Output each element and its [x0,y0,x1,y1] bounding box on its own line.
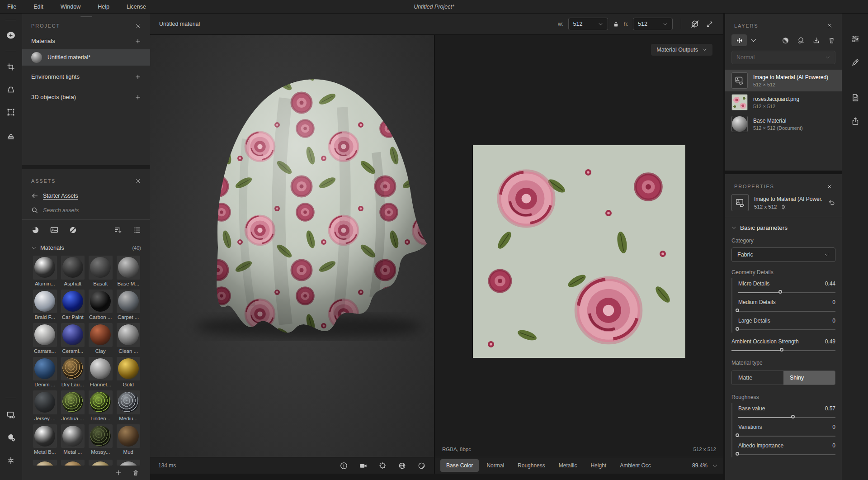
asset-item[interactable]: Metal B... [33,424,57,455]
gear-icon[interactable] [781,204,787,210]
material-list-item[interactable]: Untitled material* [22,49,150,66]
menu-item[interactable]: Edit [33,4,43,10]
asset-item[interactable]: Carbon ... [89,290,113,320]
asset-item[interactable]: Dry Lau... [61,357,85,388]
crop-icon[interactable] [6,62,15,71]
expand-view-icon[interactable] [705,19,714,29]
matte-option[interactable]: Matte [732,371,783,385]
notes-icon[interactable] [851,93,860,102]
navigation-globe-icon[interactable] [398,461,406,470]
materials-filter-icon[interactable] [31,226,40,234]
lock-ratio-icon[interactable] [613,21,619,28]
camera-icon[interactable] [359,461,368,470]
chevron-down-icon[interactable] [712,463,718,469]
import-icon[interactable] [812,37,820,44]
menu-item[interactable]: Help [98,4,109,10]
display-settings-icon[interactable] [6,410,16,419]
asset-item[interactable]: Car Paint [61,290,85,320]
asset-item[interactable]: Mud [117,424,141,455]
close-icon[interactable] [135,178,141,184]
variations-slider[interactable] [738,433,835,439]
asset-item[interactable] [89,460,113,466]
arrow-left-icon[interactable] [31,192,38,200]
document-tab-title[interactable]: Untitled material [159,21,200,27]
chevron-down-icon[interactable] [731,225,736,230]
category-dropdown[interactable]: Fabric [731,247,835,262]
marker-icon[interactable] [851,58,860,67]
asset-item[interactable]: Clay [89,323,113,354]
add-icon[interactable] [6,31,16,40]
asset-item[interactable]: Mossy... [89,424,113,455]
info-icon[interactable] [340,461,348,470]
asset-item[interactable]: Cerami... [61,323,85,354]
delete-icon[interactable] [828,37,835,44]
viewport-2d[interactable]: Material Outputs [435,35,723,480]
add-asset-icon[interactable] [115,469,122,476]
add-object-button[interactable] [135,94,141,100]
perspective-icon[interactable] [6,85,15,94]
channel-tab[interactable]: Metallic [553,459,583,472]
layer-row[interactable]: Base Material 512 × 512 (Document) [725,113,842,135]
split-view-button[interactable] [731,34,757,46]
add-material-button[interactable] [135,38,141,44]
adjustment-icon[interactable] [782,37,789,44]
asset-item[interactable]: Metal ... [61,424,85,455]
list-view-icon[interactable] [132,226,141,234]
layer-row[interactable]: Image to Material (AI Powered) 512 × 512 [725,70,842,91]
asset-item[interactable]: Base M... [117,256,141,286]
layer-row[interactable]: rosesJacquard.png 512 × 512 [725,91,842,113]
asset-item[interactable]: Basalt [89,256,113,286]
chevron-down-icon[interactable] [31,245,37,251]
close-icon[interactable] [826,23,833,29]
slider-knob[interactable] [736,327,739,331]
channel-tab[interactable]: Normal [481,459,510,472]
tiling-icon[interactable] [6,108,15,117]
viewer-settings-icon[interactable] [6,432,16,442]
preferences-icon[interactable] [6,456,15,465]
delete-asset-icon[interactable] [132,469,139,476]
zoom-level[interactable]: 89.4% [692,462,708,469]
width-select[interactable]: 512 [568,18,608,30]
slider-knob[interactable] [778,290,782,294]
asset-item[interactable]: Gold [117,357,141,388]
slider-knob[interactable] [736,309,739,312]
search-input[interactable] [43,207,120,214]
slider-knob[interactable] [736,452,739,456]
asset-item[interactable]: Jersey ... [33,390,57,421]
close-icon[interactable] [135,23,141,29]
clone-stamp-icon[interactable] [6,131,15,140]
reset-icon[interactable] [827,199,835,207]
asset-item[interactable]: Braid F... [33,290,57,320]
asset-item[interactable]: Linden... [89,390,113,421]
render-sphere-icon[interactable] [417,461,426,470]
large-details-slider[interactable] [738,327,835,333]
menu-item[interactable]: License [127,4,146,10]
starter-assets-link[interactable]: Starter Assets [43,193,78,199]
asset-item[interactable]: Joshua ... [61,390,85,421]
panel-drag-handle[interactable] [80,16,92,17]
channel-tab[interactable]: Base Color [440,459,479,472]
asset-item[interactable]: Flannel... [89,357,113,388]
slider-knob[interactable] [736,433,739,437]
channel-tab[interactable]: Height [585,459,612,472]
asset-item[interactable]: Asphalt [61,256,85,286]
asset-item[interactable] [33,460,57,466]
menu-item[interactable]: File [7,4,16,10]
close-icon[interactable] [826,183,833,190]
effect-icon[interactable] [797,37,805,44]
channel-tab[interactable]: Ambient Occ [614,459,657,472]
menu-item[interactable]: Window [61,4,80,10]
shiny-option[interactable]: Shiny [783,371,835,385]
add-environment-button[interactable] [135,74,141,80]
asset-item[interactable]: Clean ... [117,323,141,354]
slider-knob[interactable] [791,415,795,418]
images-filter-icon[interactable] [50,225,59,234]
asset-item[interactable]: Carpet ... [117,290,141,320]
asset-item[interactable]: Alumin... [33,256,57,286]
channel-tab[interactable]: Roughness [512,459,551,472]
asset-item[interactable] [117,460,141,466]
medium-details-slider[interactable] [738,308,835,314]
albedo-importance-slider[interactable] [738,451,835,457]
ao-strength-slider[interactable] [731,347,835,353]
height-select[interactable]: 512 [633,18,673,30]
